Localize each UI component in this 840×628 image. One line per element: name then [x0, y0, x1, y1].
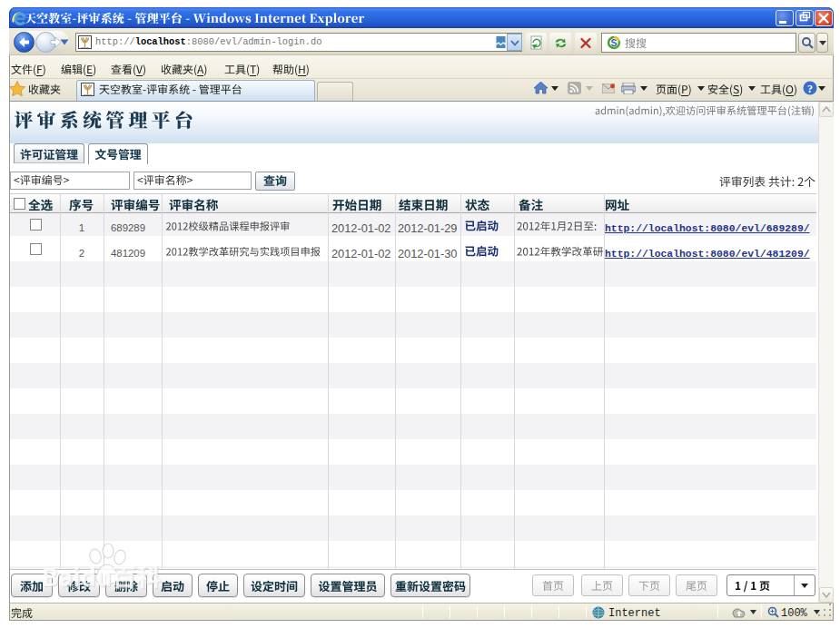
svg-text:?: ?: [807, 83, 813, 95]
svg-text:S: S: [610, 37, 617, 48]
